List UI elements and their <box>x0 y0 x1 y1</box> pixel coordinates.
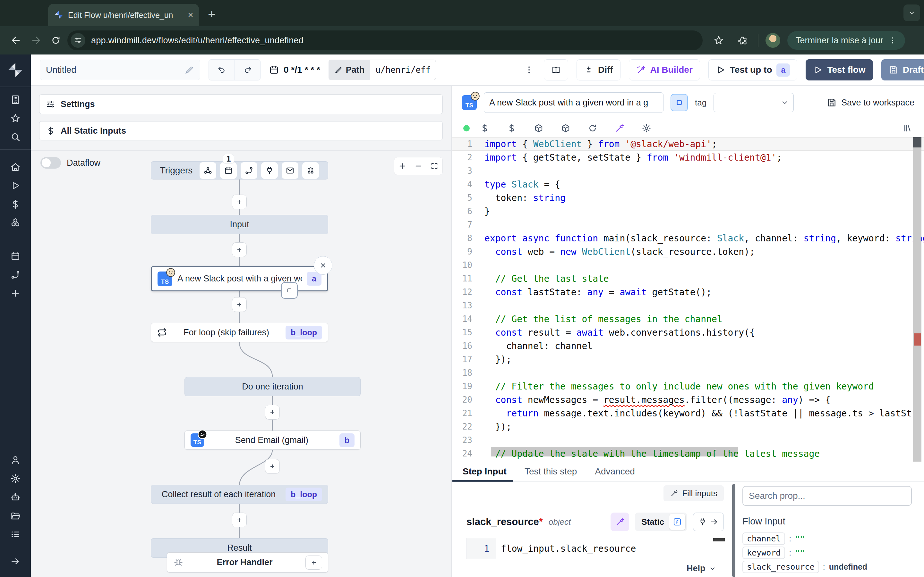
code-line[interactable]: 21 return message.text.includes(keyword)… <box>452 406 924 420</box>
route-trigger-icon[interactable] <box>241 162 257 179</box>
add-step-button[interactable] <box>232 195 247 210</box>
dollar-icon[interactable] <box>479 123 490 134</box>
collapse-arrow-icon[interactable] <box>6 552 25 571</box>
code-line[interactable]: 1import { WebClient } from '@slack/web-a… <box>452 137 924 151</box>
mail-trigger-icon[interactable] <box>282 162 298 179</box>
code-line[interactable]: 20 const newMessages = result.messages.f… <box>452 393 924 406</box>
fill-inputs-button[interactable]: Fill inputs <box>664 485 724 501</box>
code-line[interactable]: 4type Slack = { <box>452 177 924 191</box>
path-editor[interactable]: Path u/henri/eff <box>328 60 436 80</box>
code-line[interactable]: 5 token: string <box>452 191 924 205</box>
edit-pencil-icon[interactable] <box>184 65 194 75</box>
code-line[interactable]: 18 <box>452 366 924 380</box>
add-step-button[interactable] <box>232 242 247 257</box>
flow-name-input[interactable]: Untitled <box>40 60 200 80</box>
workers-robot-icon[interactable] <box>6 488 25 506</box>
plug-trigger-icon[interactable] <box>261 162 278 179</box>
flow-input-prop-row[interactable]: keyword:"" <box>742 546 911 560</box>
package-icon[interactable] <box>533 123 544 134</box>
static-toggle[interactable]: Static <box>635 513 687 531</box>
browser-tab[interactable]: Edit Flow u/henri/effective_un × <box>48 4 199 26</box>
favorites-star-icon[interactable] <box>6 109 25 127</box>
code-line[interactable]: 2import { getState, setState } from 'win… <box>452 151 924 164</box>
package-icon[interactable] <box>560 123 571 134</box>
draft-button[interactable]: Draft <box>881 59 924 81</box>
ai-builder-button[interactable]: AI Builder <box>629 59 700 81</box>
library-icon[interactable] <box>902 123 913 134</box>
tab-test-this-step[interactable]: Test this step <box>525 462 577 482</box>
search-icon[interactable] <box>6 127 25 146</box>
code-line[interactable]: 3 <box>452 164 924 177</box>
dollar-icon[interactable] <box>506 123 517 134</box>
path-value[interactable]: u/henri/eff <box>370 60 436 80</box>
code-line[interactable]: 12 const lastState: any = await getState… <box>452 285 924 299</box>
help-button[interactable]: Help <box>687 564 716 574</box>
redo-button[interactable] <box>234 60 260 80</box>
prop-name-pill[interactable]: keyword <box>742 546 785 559</box>
function-expr-toggle[interactable] <box>669 514 685 530</box>
flow-input-prop-row[interactable]: slack_resource:undefined <box>742 560 911 574</box>
runs-play-icon[interactable] <box>6 176 25 195</box>
save-to-workspace-button[interactable]: Save to workspace <box>827 97 914 108</box>
refresh-icon[interactable] <box>587 123 598 134</box>
schedule-calendar-trigger-icon[interactable]: 1 <box>220 162 237 179</box>
code-line[interactable]: 22 }); <box>452 420 924 434</box>
kafka-trigger-icon[interactable] <box>302 162 319 179</box>
reload-icon[interactable] <box>47 32 64 49</box>
triggers-node[interactable]: Triggers 1 <box>151 161 328 179</box>
add-error-handler-button[interactable] <box>305 556 322 570</box>
forloop-step-node[interactable]: For loop (skip failures) b_loop <box>151 323 328 342</box>
code-line[interactable]: 14 // Get the list of messages in the ch… <box>452 312 924 326</box>
code-line[interactable]: 10 <box>452 258 924 272</box>
docs-book-button[interactable] <box>544 59 568 81</box>
logs-list-icon[interactable] <box>6 525 25 544</box>
flow-input-prop-row[interactable]: channel:"" <box>742 532 911 546</box>
forward-icon[interactable] <box>27 32 44 49</box>
input-node[interactable]: Input <box>151 215 328 234</box>
settings-gear-icon[interactable] <box>6 469 25 488</box>
prop-name-pill[interactable]: channel <box>742 532 785 545</box>
do-one-iteration-node[interactable]: Do one iteration <box>184 377 360 396</box>
panel-resizer[interactable] <box>732 484 735 577</box>
test-up-to-button[interactable]: Test up to a <box>708 59 798 81</box>
window-menu-chevron[interactable] <box>903 5 920 21</box>
slack-step-node[interactable]: TS A new Slack post with a given wor... … <box>151 266 328 292</box>
tab-close-icon[interactable]: × <box>188 11 193 19</box>
variables-dollar-icon[interactable] <box>6 195 25 213</box>
home-icon[interactable] <box>6 158 25 176</box>
expression-editor[interactable]: 1 flow_input.slack_resource <box>467 538 725 559</box>
code-line[interactable]: 13 <box>452 299 924 312</box>
code-line[interactable]: 16 channel: channel <box>452 339 924 353</box>
prop-name-pill[interactable]: slack_resource <box>742 561 819 573</box>
search-prop-input[interactable]: Search prop... <box>742 486 912 506</box>
code-line[interactable]: 9 const web = new WebClient(slack_resour… <box>452 245 924 258</box>
site-info-icon[interactable] <box>71 33 86 48</box>
delete-step-button[interactable] <box>314 256 333 275</box>
code-line[interactable]: 17 }); <box>452 353 924 366</box>
ai-fill-button[interactable] <box>611 513 629 531</box>
code-line[interactable]: 6} <box>452 205 924 218</box>
browser-menu-kebab-icon[interactable] <box>888 36 897 45</box>
add-step-button[interactable] <box>265 405 280 420</box>
bookmark-star-icon[interactable] <box>710 32 727 49</box>
back-icon[interactable] <box>8 32 24 49</box>
code-line[interactable]: 23 <box>452 434 924 447</box>
url-bar[interactable]: app.windmill.dev/flows/edit/u/henri/effe… <box>67 31 703 50</box>
add-plus-icon[interactable] <box>6 284 25 303</box>
expand-step-button[interactable] <box>281 282 298 299</box>
code-line[interactable]: 24 // Update the state with the timestam… <box>452 447 924 460</box>
account-user-icon[interactable] <box>6 451 25 469</box>
code-line[interactable]: 11 // Get the last state <box>452 272 924 285</box>
code-line[interactable]: 7 <box>452 218 924 231</box>
browser-update-button[interactable]: Terminer la mise à jour <box>787 31 905 50</box>
folders-folder-icon[interactable] <box>6 506 25 525</box>
resources-cubes-icon[interactable] <box>6 213 25 232</box>
collect-result-node[interactable]: Collect result of each iteration b_loop <box>151 485 328 504</box>
schedules-calendar-icon[interactable] <box>6 247 25 266</box>
code-line[interactable]: 8export async function main(slack_resour… <box>452 231 924 245</box>
gear-icon[interactable] <box>641 123 652 134</box>
triggers-route-icon[interactable] <box>6 266 25 284</box>
more-options-kebab-icon[interactable] <box>523 65 535 75</box>
new-tab-button[interactable]: + <box>208 7 215 21</box>
windmill-logo[interactable] <box>7 61 24 78</box>
